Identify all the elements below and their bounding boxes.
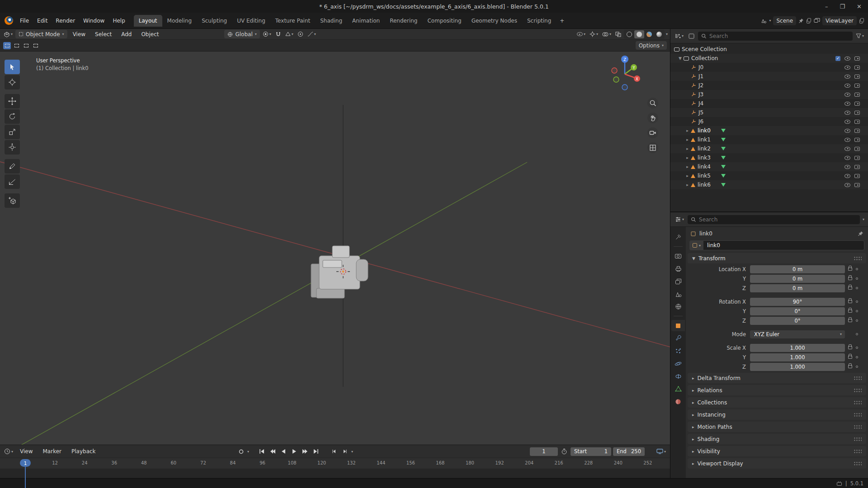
scale-x-field[interactable]: 1.000 xyxy=(750,344,845,352)
current-frame-field[interactable]: 1 xyxy=(530,447,558,456)
section-visibility[interactable]: ▸Visibility xyxy=(688,446,866,456)
viewport-menu-view[interactable]: View xyxy=(69,29,90,39)
tab-output[interactable] xyxy=(671,263,685,274)
animate-dot[interactable] xyxy=(856,347,858,349)
row-j0[interactable]: J0 xyxy=(670,63,868,72)
disable-render-icon[interactable] xyxy=(854,56,860,61)
select-mode-extend-button[interactable] xyxy=(13,42,20,49)
animate-dot[interactable] xyxy=(856,366,858,368)
lock-icon[interactable] xyxy=(848,365,852,368)
snap-magnet-icon[interactable] xyxy=(274,30,283,38)
expand-arrow-icon[interactable]: ▼ xyxy=(677,56,684,61)
expand-arrow-icon[interactable]: ▸ xyxy=(684,183,691,187)
screen-sync-button[interactable]: ▾ xyxy=(656,447,667,456)
navigation-gizmo[interactable]: Z Y X xyxy=(604,52,646,94)
move-tool[interactable] xyxy=(5,94,20,108)
pin-scene-icon[interactable] xyxy=(798,18,804,23)
jump-prev-keyframe-button[interactable] xyxy=(268,447,277,456)
annotate-tool[interactable] xyxy=(5,159,20,174)
row-j3[interactable]: J3 xyxy=(670,90,868,99)
tab-scene[interactable] xyxy=(671,288,685,300)
extensions-icon[interactable] xyxy=(836,481,842,486)
rotation-x-field[interactable]: 90° xyxy=(750,298,845,306)
viewport-menu-object[interactable]: Object xyxy=(137,29,163,39)
section-motion-paths[interactable]: ▸Motion Paths xyxy=(688,422,866,432)
shading-solid-button[interactable] xyxy=(634,30,644,38)
row-scene-collection[interactable]: Scene Collection xyxy=(670,45,868,54)
scene-browse-icon[interactable] xyxy=(760,18,767,24)
rotation-z-field[interactable]: 0° xyxy=(750,317,845,325)
rotate-tool[interactable] xyxy=(5,109,20,124)
select-mode-set-button[interactable] xyxy=(3,42,11,49)
outliner-editor-type-button[interactable]: ▾ xyxy=(674,32,684,41)
shading-wireframe-button[interactable] xyxy=(624,30,634,38)
tab-material[interactable] xyxy=(671,396,685,407)
options-dropdown[interactable]: Options▾ xyxy=(636,41,667,50)
proportional-falloff-button[interactable]: ▾ xyxy=(306,30,317,38)
tab-shading[interactable]: Shading xyxy=(315,15,347,27)
camera-view-icon[interactable] xyxy=(647,127,658,138)
stopwatch-icon[interactable] xyxy=(560,447,569,456)
tab-modeling[interactable]: Modeling xyxy=(162,15,197,27)
play-reverse-button[interactable] xyxy=(279,447,288,456)
lock-icon[interactable] xyxy=(848,356,852,359)
section-relations[interactable]: ▸Relations xyxy=(688,385,866,395)
transform-tool[interactable] xyxy=(5,140,20,155)
outliner-search-input[interactable] xyxy=(709,33,849,39)
scene-name[interactable]: Scene xyxy=(773,16,796,25)
blender-logo-icon[interactable] xyxy=(5,16,13,25)
lock-icon[interactable] xyxy=(848,267,852,271)
panel-drag-handle[interactable] xyxy=(854,449,862,453)
row-link0[interactable]: ▸link0 xyxy=(670,126,868,135)
panel-drag-handle[interactable] xyxy=(854,437,862,441)
menu-help[interactable]: Help xyxy=(108,16,129,26)
object-name-input[interactable] xyxy=(703,240,864,250)
select-box-tool[interactable] xyxy=(5,60,20,74)
tab-constraints[interactable] xyxy=(671,371,685,382)
row-j6[interactable]: J6 xyxy=(670,117,868,126)
tab-physics[interactable] xyxy=(671,358,685,369)
expand-arrow-icon[interactable]: ▸ xyxy=(684,164,691,169)
timeline-menu-marker[interactable]: Marker xyxy=(39,446,66,456)
tab-layout[interactable]: Layout xyxy=(134,15,162,27)
location-y-field[interactable]: 0 m xyxy=(750,275,845,283)
xray-toggle-button[interactable] xyxy=(614,30,623,38)
cursor-tool[interactable] xyxy=(5,75,20,89)
properties-search-input[interactable] xyxy=(699,216,857,223)
row-link2[interactable]: ▸link2 xyxy=(670,144,868,153)
section-collections[interactable]: ▸Collections xyxy=(688,397,866,408)
tab-view-layer[interactable] xyxy=(671,276,685,287)
row-j4[interactable]: J4 xyxy=(670,99,868,108)
scale-tool[interactable] xyxy=(5,125,20,139)
snap-settings-button[interactable]: ▾ xyxy=(284,30,295,38)
panel-drag-handle[interactable] xyxy=(854,256,862,260)
tab-uv-editing[interactable]: UV Editing xyxy=(232,15,270,27)
row-link5[interactable]: ▸link5 xyxy=(670,171,868,180)
add-workspace-button[interactable]: + xyxy=(556,16,568,26)
expand-arrow-icon[interactable]: ▸ xyxy=(684,174,691,178)
filter-icon[interactable]: ▾ xyxy=(855,32,865,41)
editor-type-button[interactable]: ▾ xyxy=(2,30,14,38)
animate-dot[interactable] xyxy=(856,356,858,358)
select-mode-subtract-button[interactable] xyxy=(22,42,30,49)
frame-end-field[interactable]: End250 xyxy=(613,447,645,456)
tab-object[interactable] xyxy=(671,320,685,331)
expand-arrow-icon[interactable]: ▸ xyxy=(684,137,691,142)
row-j1[interactable]: J1 xyxy=(670,72,868,81)
row-link6[interactable]: ▸link6 xyxy=(670,180,868,189)
playhead-line[interactable] xyxy=(25,466,26,488)
tab-modifiers[interactable] xyxy=(671,333,685,344)
menu-edit[interactable]: Edit xyxy=(33,16,52,26)
expand-arrow-icon[interactable]: ▸ xyxy=(684,128,691,133)
mode-dropdown[interactable]: Object Mode▾ xyxy=(15,30,67,38)
pin-id-icon[interactable] xyxy=(858,231,863,237)
breadcrumb-object[interactable]: link0 xyxy=(699,230,712,237)
pan-hand-icon[interactable] xyxy=(647,113,658,123)
proper­ties-filter-chevron[interactable]: ▾ xyxy=(863,217,864,221)
timeline-menu-view[interactable]: View xyxy=(16,446,37,456)
row-link1[interactable]: ▸link1 xyxy=(670,135,868,144)
panel-drag-handle[interactable] xyxy=(854,425,862,429)
timeline-track-area[interactable] xyxy=(0,469,670,478)
row-collection[interactable]: ▼ Collection ✓ xyxy=(670,54,868,63)
outliner-display-mode-button[interactable] xyxy=(687,32,696,41)
